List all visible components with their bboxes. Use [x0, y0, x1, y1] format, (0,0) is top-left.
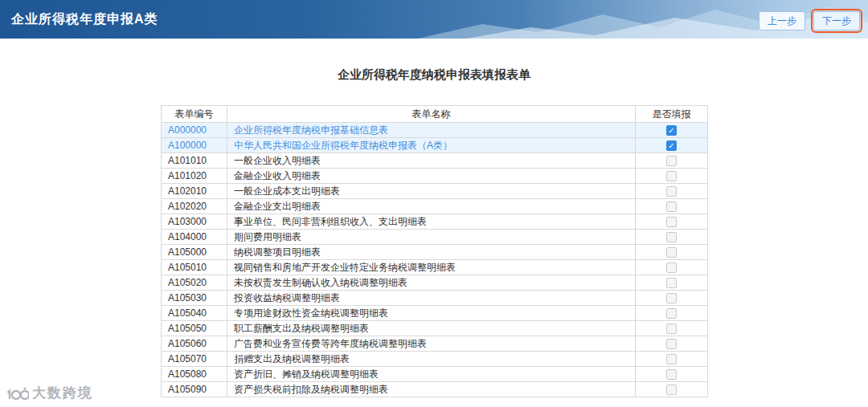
fill-checkbox[interactable]	[666, 156, 677, 166]
table-row: A105010视同销售和房地产开发企业特定业务纳税调整明细表	[162, 260, 708, 275]
form-code-cell: A105040	[162, 306, 227, 321]
table-row: A105000纳税调整项目明细表	[162, 245, 708, 260]
fill-flag-cell	[636, 382, 708, 397]
form-name-cell: 视同销售和房地产开发企业特定业务纳税调整明细表	[227, 260, 635, 275]
fill-flag-cell: ✓	[636, 138, 708, 153]
fill-checkbox[interactable]: ✓	[666, 140, 677, 151]
fill-flag-cell: ✓	[636, 123, 708, 138]
form-code-cell: A105070	[162, 352, 227, 367]
table-row: A103000事业单位、民间非营利组织收入、支出明细表	[162, 214, 708, 230]
table-row: A105080资产折旧、摊销及纳税调整明细表	[162, 367, 708, 382]
form-code-cell: A103000	[162, 214, 227, 230]
form-name-cell: 一般企业成本支出明细表	[227, 184, 635, 199]
column-header-form-name: 表单名称	[227, 106, 635, 123]
fill-flag-cell	[636, 199, 708, 214]
wizard-buttons: 上一步 下一步	[759, 11, 860, 31]
form-code-cell: A104000	[162, 230, 227, 245]
table-row: A105030投资收益纳税调整明细表	[162, 291, 708, 306]
form-name-cell: 期间费用明细表	[227, 230, 635, 245]
fill-checkbox[interactable]	[666, 186, 677, 197]
fill-flag-cell	[636, 245, 708, 260]
form-code-cell: A101020	[162, 169, 227, 184]
form-name-cell: 一般企业收入明细表	[227, 153, 635, 169]
form-name-cell: 捐赠支出及纳税调整明细表	[227, 352, 635, 367]
fill-checkbox[interactable]	[666, 385, 677, 395]
table-row: A102020金融企业支出明细表	[162, 199, 708, 214]
form-name-cell: 事业单位、民间非营利组织收入、支出明细表	[227, 214, 635, 230]
table-header-row: 表单编号 表单名称 是否填报	[162, 106, 708, 123]
form-list-title: 企业所得税年度纳税申报表填报表单	[0, 67, 868, 83]
form-code-cell: A105080	[162, 367, 227, 382]
table-row: A105050职工薪酬支出及纳税调整明细表	[162, 321, 708, 336]
fill-checkbox[interactable]	[666, 293, 677, 303]
fill-checkbox[interactable]	[666, 217, 677, 227]
fill-checkbox[interactable]: ✓	[666, 125, 677, 136]
fill-checkbox[interactable]	[666, 232, 677, 242]
fill-flag-cell	[636, 367, 708, 382]
fill-checkbox[interactable]	[666, 369, 677, 380]
form-name-cell: 专项用途财政性资金纳税调整明细表	[227, 306, 635, 321]
form-name-cell: 资产折旧、摊销及纳税调整明细表	[227, 367, 635, 382]
table-row: A104000期间费用明细表	[162, 230, 708, 245]
fill-flag-cell	[636, 169, 708, 184]
table-row: A105090资产损失税前扣除及纳税调整明细表	[162, 382, 708, 397]
fill-checkbox[interactable]	[666, 171, 677, 181]
fill-checkbox[interactable]	[666, 263, 677, 273]
form-code-cell: A102020	[162, 199, 227, 214]
previous-step-button[interactable]: 上一步	[759, 11, 805, 31]
form-name-cell: 纳税调整项目明细表	[227, 245, 635, 260]
form-code-cell: A105090	[162, 382, 227, 397]
fill-flag-cell	[636, 321, 708, 336]
fill-checkbox[interactable]	[666, 278, 677, 288]
fill-flag-cell	[636, 153, 708, 169]
table-row: A101020金融企业收入明细表	[162, 169, 708, 184]
fill-checkbox[interactable]	[666, 308, 677, 319]
fill-flag-cell	[636, 336, 708, 352]
fill-flag-cell	[636, 184, 708, 199]
top-banner: 企业所得税年度申报A类 上一步 下一步	[0, 0, 868, 39]
form-name-cell: 金融企业支出明细表	[227, 199, 635, 214]
form-code-cell: A105050	[162, 321, 227, 336]
table-row: A101010一般企业收入明细表	[162, 153, 708, 169]
form-code-cell: A105000	[162, 245, 227, 260]
form-name-cell: 未按权责发生制确认收入纳税调整明细表	[227, 275, 635, 291]
watermark-logo-icon	[6, 385, 29, 401]
next-step-button[interactable]: 下一步	[813, 11, 860, 31]
form-name-cell[interactable]: 企业所得税年度纳税申报基础信息表	[227, 123, 635, 138]
table-row: A105040专项用途财政性资金纳税调整明细表	[162, 306, 708, 321]
column-header-fill-flag: 是否填报	[636, 106, 708, 123]
table-row: A000000企业所得税年度纳税申报基础信息表✓	[162, 123, 708, 138]
fill-flag-cell	[636, 306, 708, 321]
form-name-cell: 金融企业收入明细表	[227, 169, 635, 184]
fill-flag-cell	[636, 291, 708, 306]
form-name-cell: 广告费和业务宣传费等跨年度纳税调整明细表	[227, 336, 635, 352]
table-row: A105020未按权责发生制确认收入纳税调整明细表	[162, 275, 708, 291]
fill-checkbox[interactable]	[666, 324, 677, 334]
fill-flag-cell	[636, 230, 708, 245]
form-selection-table: 表单编号 表单名称 是否填报 A000000企业所得税年度纳税申报基础信息表✓A…	[161, 105, 708, 397]
form-table-container: 表单编号 表单名称 是否填报 A000000企业所得税年度纳税申报基础信息表✓A…	[161, 105, 708, 397]
form-code-cell: A102010	[162, 184, 227, 199]
fill-checkbox[interactable]	[666, 247, 677, 258]
form-name-cell[interactable]: 中华人民共和国企业所得税年度纳税申报表（A类）	[227, 138, 635, 153]
fill-checkbox[interactable]	[666, 201, 677, 212]
form-name-cell: 资产损失税前扣除及纳税调整明细表	[227, 382, 635, 397]
form-table-body: A000000企业所得税年度纳税申报基础信息表✓A100000中华人民共和国企业…	[162, 123, 708, 397]
form-code-cell: A105010	[162, 260, 227, 275]
form-code-cell: A105060	[162, 336, 227, 352]
form-name-cell: 职工薪酬支出及纳税调整明细表	[227, 321, 635, 336]
column-header-form-code: 表单编号	[162, 106, 227, 123]
fill-flag-cell	[636, 260, 708, 275]
watermark: 大数跨境	[6, 384, 93, 402]
table-row: A100000中华人民共和国企业所得税年度纳税申报表（A类）✓	[162, 138, 708, 153]
form-code-cell[interactable]: A100000	[162, 138, 227, 153]
form-name-cell: 投资收益纳税调整明细表	[227, 291, 635, 306]
fill-flag-cell	[636, 275, 708, 291]
table-row: A102010一般企业成本支出明细表	[162, 184, 708, 199]
form-code-cell: A101010	[162, 153, 227, 169]
fill-checkbox[interactable]	[666, 339, 677, 349]
form-code-cell[interactable]: A000000	[162, 123, 227, 138]
fill-checkbox[interactable]	[666, 354, 677, 364]
table-row: A105060广告费和业务宣传费等跨年度纳税调整明细表	[162, 336, 708, 352]
form-code-cell: A105030	[162, 291, 227, 306]
